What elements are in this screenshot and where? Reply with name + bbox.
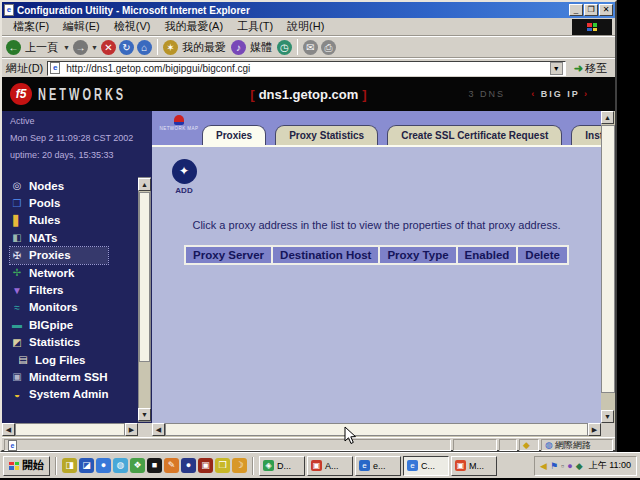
task-button-2[interactable]: ▣A... [307,456,353,476]
tray-icon-2[interactable]: ⚑ [550,461,558,471]
sidebar-item-log-files[interactable]: ▤Log Files [10,351,108,368]
task-button-3[interactable]: ee... [355,456,401,476]
tab-install-ssl-certificate[interactable]: Install SSL Certifi [571,125,601,145]
refresh-icon[interactable]: ↻ [119,40,134,55]
sidebar-item-statistics[interactable]: ◩Statistics [10,334,108,351]
history-icon[interactable]: ◷ [277,40,292,55]
back-button-label[interactable]: 上一頁 [25,40,58,55]
quick-launch-icon-6[interactable]: ■ [147,458,162,473]
scroll-left-icon[interactable]: ◀ [152,423,165,436]
column-header-destination-host[interactable]: Destination Host [272,245,379,265]
scroll-up-icon[interactable]: ▲ [138,178,151,191]
sidebar-vertical-scrollbar[interactable]: ▲ ▼ [138,177,151,422]
column-header-proxy-type[interactable]: Proxy Type [379,245,456,265]
media-icon[interactable]: ♪ [231,40,246,55]
quick-launch-icon-7[interactable]: ✎ [164,458,179,473]
scroll-down-icon[interactable]: ▼ [601,410,614,423]
quick-launch-icon-11[interactable]: ☽ [232,458,247,473]
task-button-configuration-utility[interactable]: eC... [403,456,449,476]
scroll-down-icon[interactable]: ▼ [138,408,151,421]
menu-edit[interactable]: 編輯(E) [56,19,107,34]
taskbar-divider [252,457,254,475]
menu-file[interactable]: 檔案(F) [6,19,56,34]
tray-icon-4[interactable]: ● [567,461,572,471]
favorites-button-label[interactable]: 我的最愛 [182,40,226,55]
menu-favorites[interactable]: 我的最愛(A) [157,19,230,34]
status-pane [453,439,497,451]
task-button-1[interactable]: ◈D... [259,456,305,476]
task-buttons: ◈D... ▣A... ee... eC... ▣M... [259,456,497,476]
column-header-enabled[interactable]: Enabled [457,245,518,265]
menu-view[interactable]: 檢視(V) [107,19,158,34]
column-header-proxy-server[interactable]: Proxy Server [184,245,272,265]
page-icon: e [8,440,17,451]
back-icon[interactable]: ← [6,40,21,55]
stop-icon[interactable]: ✕ [101,40,116,55]
start-button[interactable]: 開始 [3,456,50,476]
minimize-button[interactable]: _ [569,4,583,16]
add-proxy-control[interactable]: ✦ ADD [168,159,200,195]
scroll-left-icon[interactable]: ◀ [2,423,15,436]
scroll-right-icon[interactable]: ▶ [125,423,138,436]
scrollbar-thumb[interactable] [15,423,125,436]
menu-help[interactable]: 說明(H) [280,19,331,34]
forward-icon[interactable]: → [73,40,88,55]
quick-launch-icon-8[interactable]: ● [181,458,196,473]
sidebar-item-monitors[interactable]: ≈Monitors [10,299,108,316]
sidebar-item-proxies[interactable]: ✠Proxies [10,247,108,264]
menu-tools[interactable]: 工具(T) [230,19,280,34]
scrollbar-thumb[interactable] [165,423,588,436]
scroll-right-icon[interactable]: ▶ [588,423,601,436]
restore-button[interactable]: ❐ [584,4,598,16]
task-button-5[interactable]: ▣M... [451,456,497,476]
quick-launch-icon-1[interactable]: ◨ [62,458,77,473]
system-admin-icon: ◒ [10,389,24,400]
sidebar-item-pools[interactable]: ❐Pools [10,194,108,211]
tray-icon-5[interactable]: ◆ [576,461,583,471]
sidebar-item-nodes[interactable]: ◎Nodes [10,177,108,194]
home-icon[interactable]: ⌂ [137,40,152,55]
quick-launch-icon-4[interactable]: ◍ [113,458,128,473]
go-button[interactable]: ➜ 移至 [570,61,611,76]
product-3dns[interactable]: 3 DNS [469,89,506,99]
tab-create-ssl-certificate-request[interactable]: Create SSL Certificate Request [387,125,562,145]
sidebar-item-rules[interactable]: ▋Rules [10,212,108,229]
tab-proxies[interactable]: Proxies [202,125,266,145]
media-button-label[interactable]: 媒體 [250,40,272,55]
tab-proxy-statistics[interactable]: Proxy Statistics [275,125,378,145]
main-horizontal-scrollbar[interactable]: ◀ ▶ [152,423,601,437]
address-input[interactable]: e http://dns1.getop.com/bigipgui/bigconf… [47,61,566,76]
sidebar-item-bigpipe[interactable]: ▬BIGpipe [10,316,108,333]
quick-launch-icon-3[interactable]: ● [96,458,111,473]
sidebar-item-network[interactable]: ✢Network [10,264,108,281]
favorites-icon[interactable]: ✶ [163,40,178,55]
scroll-up-icon[interactable]: ▲ [601,111,614,124]
quick-launch-icon-2[interactable]: ◪ [79,458,94,473]
sidebar-horizontal-scrollbar[interactable]: ◀ ▶ [2,423,138,437]
tray-icon-3[interactable]: ▫ [561,461,564,471]
sidebar-item-nats[interactable]: ◧NATs [10,229,108,246]
sidebar-item-label: Log Files [35,354,85,366]
url-text[interactable]: http://dns1.getop.com/bigipgui/bigconf.c… [66,63,547,74]
sidebar-item-filters[interactable]: ▼Filters [10,281,108,298]
sidebar-item-mindterm-ssh[interactable]: ▣Mindterm SSH [10,368,108,385]
forward-dropdown-icon[interactable]: ▼ [91,44,98,51]
column-header-delete[interactable]: Delete [517,245,569,265]
print-icon[interactable]: ⎙ [321,40,336,55]
network-map-widget[interactable]: NETWORK MAP [157,115,201,141]
product-bigip[interactable]: ‹ BIG IP › [531,89,589,99]
scrollbar-thumb[interactable] [601,125,615,393]
quick-launch-icon-9[interactable]: ▣ [198,458,213,473]
back-dropdown-icon[interactable]: ▼ [63,44,70,51]
sidebar-item-system-admin[interactable]: ◒System Admin [10,386,108,403]
address-dropdown-icon[interactable]: ▼ [550,62,563,75]
scrollbar-thumb[interactable] [139,192,150,362]
quick-launch-icon-5[interactable]: ❖ [130,458,145,473]
mail-icon[interactable]: ✉ [303,40,318,55]
tray-icon-1[interactable]: ◀ [540,461,547,471]
quick-launch-icon-10[interactable]: ❒ [215,458,230,473]
sidebar-item-label: Proxies [29,249,71,261]
add-icon[interactable]: ✦ [172,159,197,184]
main-vertical-scrollbar[interactable]: ▲ ▼ [601,111,615,423]
close-button[interactable]: ✕ [599,4,613,16]
